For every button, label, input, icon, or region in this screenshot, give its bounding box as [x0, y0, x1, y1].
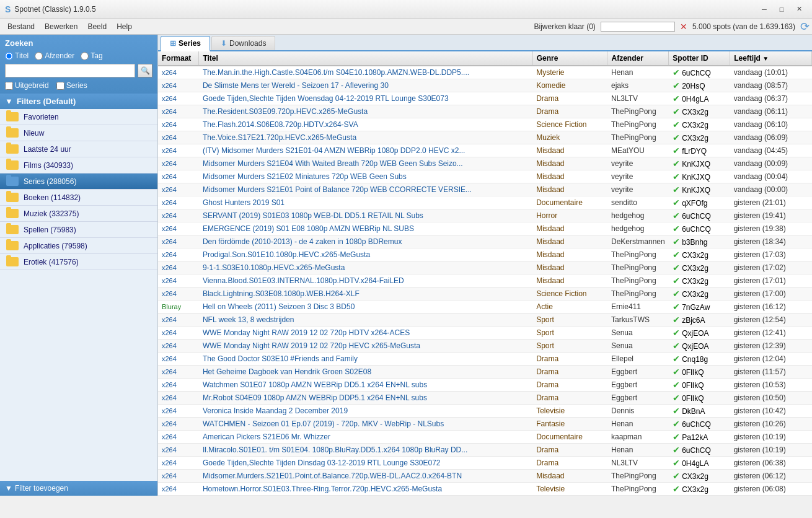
table-row[interactable]: x264 9-1-1.S03E10.1080p.HEVC.x265-MeGust… [158, 261, 812, 274]
cell-title[interactable]: Veronica Inside Maandag 2 December 2019 [199, 405, 532, 418]
table-row[interactable]: x264 The.Resident.S03E09.720p.HEVC.x265-… [158, 105, 812, 118]
cell-title[interactable]: 9-1-1.S03E10.1080p.HEVC.x265-MeGusta [199, 261, 532, 274]
table-row[interactable]: x264 (ITV) Midsomer Murders S21E01-04 AM… [158, 144, 812, 157]
cell-title[interactable]: Den fördömde (2010-2013) - de 4 zaken in… [199, 235, 532, 248]
cell-title[interactable]: Black.Lightning.S03E08.1080p.WEB.H264-XL… [199, 288, 532, 301]
cell-title[interactable]: Ghost Hunters 2019 S01 [199, 196, 532, 209]
filter-boeken[interactable]: Boeken (114832) [0, 190, 157, 206]
filter-favorieten[interactable]: Favorieten [0, 109, 157, 125]
table-row[interactable]: x264 Goede Tijden,Slechte Tijden Dinsdag… [158, 457, 812, 470]
cell-title[interactable]: Watchmen S01E07 1080p AMZN WEBRip DD5.1 … [199, 379, 532, 392]
filter-films[interactable]: Films (340933) [0, 157, 157, 173]
table-row[interactable]: x264 Ghost Hunters 2019 S01 Documentaire… [158, 196, 812, 209]
cell-title[interactable]: NFL week 13, 8 wedstrijden [199, 314, 532, 327]
table-row[interactable]: x264 Watchmen S01E07 1080p AMZN WEBRip D… [158, 379, 812, 392]
table-row[interactable]: x264 Midsomer Murders S21E04 With Waited… [158, 157, 812, 170]
table-row[interactable]: x264 Midsomer Murders S21E02 Miniatures … [158, 170, 812, 183]
filter-nieuw[interactable]: Nieuw [0, 125, 157, 141]
radio-afzender[interactable]: Afzender [35, 51, 74, 60]
table-row[interactable]: x264 Het Geheime Dagboek van Hendrik Gro… [158, 366, 812, 379]
cell-title[interactable]: De Slimste Mens ter Wereld - Seizoen 17 … [199, 79, 532, 92]
table-row[interactable]: x264 Midsomer.Murders.S21E01.Point.of.Ba… [158, 470, 812, 483]
cell-title[interactable]: The Good Doctor S03E10 #Friends and Fami… [199, 353, 532, 366]
table-row[interactable]: x264 Hometown.Horror.S01E03.Three-Ring.T… [158, 483, 812, 496]
table-row[interactable]: x264 EMERGENCE (2019) S01 E08 1080p AMZN… [158, 222, 812, 235]
cell-title[interactable]: Il.Miracolo.S01E01. t/m S01E04. 1080p.Bl… [199, 444, 532, 457]
table-row[interactable]: x264 Veronica Inside Maandag 2 December … [158, 405, 812, 418]
cell-title[interactable]: The.Voice.S17E21.720p.HEVC.x265-MeGusta [199, 131, 532, 144]
table-row[interactable]: x264 Mr.Robot S04E09 1080p AMZN WEBRip D… [158, 392, 812, 405]
minimize-button[interactable]: ─ [756, 3, 772, 15]
table-row[interactable]: x264 NFL week 13, 8 wedstrijden Sport Ta… [158, 314, 812, 327]
table-row[interactable]: x264 SERVANT (2019) S01E03 1080p WEB-DL … [158, 209, 812, 222]
cell-title[interactable]: Goede Tijden,Slechte Tijden Woensdag 04-… [199, 92, 532, 105]
search-go-button[interactable]: 🔍 [138, 64, 152, 77]
table-row[interactable]: x264 Midsomer Murders S21E01 Point of Ba… [158, 183, 812, 196]
radio-tag[interactable]: Tag [81, 51, 102, 60]
checkbox-uitgebreid[interactable]: Uitgebreid [5, 81, 49, 90]
table-row[interactable]: x264 The.War.Of.The.Worlds.2019.S01E02.1… [158, 496, 812, 496]
filter-series[interactable]: Series (288056) [0, 173, 157, 190]
table-row[interactable]: x264 The.Man.in.the.High.Castle.S04E06.t… [158, 66, 812, 79]
refresh-icon[interactable]: ⟳ [800, 20, 810, 33]
filter-muziek[interactable]: Muziek (332375) [0, 206, 157, 222]
maximize-button[interactable]: □ [774, 3, 790, 15]
table-row[interactable]: x264 WWE Monday Night RAW 2019 12 02 720… [158, 327, 812, 340]
table-container[interactable]: Formaat Titel Genre Afzender Spotter ID … [158, 51, 812, 496]
filter-erotiek[interactable]: Erotiek (417576) [0, 254, 157, 270]
table-row[interactable]: x264 Black.Lightning.S03E08.1080p.WEB.H2… [158, 288, 812, 301]
cancel-icon[interactable]: ✕ [680, 22, 687, 32]
cell-title[interactable]: (ITV) Midsomer Murders S21E01-04 AMZN WE… [199, 144, 532, 157]
cell-title[interactable]: WWE Monday Night RAW 2019 12 02 720p HDT… [199, 327, 532, 340]
cell-title[interactable]: SERVANT (2019) S01E03 1080p WEB-DL DD5.1… [199, 209, 532, 222]
cell-title[interactable]: The.Man.in.the.High.Castle.S04E06.t/m S0… [199, 66, 532, 79]
filter-applicaties[interactable]: Applicaties (79598) [0, 238, 157, 254]
cell-title[interactable]: Het Geheime Dagboek van Hendrik Groen S0… [199, 366, 532, 379]
table-row[interactable]: x264 Goede Tijden,Slechte Tijden Woensda… [158, 92, 812, 105]
table-row[interactable]: x264 Prodigal.Son.S01E10.1080p.HEVC.x265… [158, 248, 812, 261]
col-header-spotter[interactable]: Spotter ID [669, 51, 730, 66]
col-header-formaat[interactable]: Formaat [158, 51, 199, 66]
tab-downloads[interactable]: ⬇ Downloads [211, 36, 275, 50]
tab-series[interactable]: ⊞ Series [161, 36, 210, 51]
cell-title[interactable]: Goede Tijden,Slechte Tijden Dinsdag 03-1… [199, 457, 532, 470]
menu-bewerken[interactable]: Bewerken [40, 20, 82, 33]
cell-title[interactable]: American Pickers S21E06 Mr. Whizzer [199, 431, 532, 444]
table-row[interactable]: x264 The.Flash.2014.S06E08.720p.HDTV.x26… [158, 118, 812, 131]
col-header-titel[interactable]: Titel [199, 51, 532, 66]
cell-title[interactable]: Prodigal.Son.S01E10.1080p.HEVC.x265-MeGu… [199, 248, 532, 261]
cell-title[interactable]: Midsomer Murders S21E04 With Waited Brea… [199, 157, 532, 170]
col-header-afzender[interactable]: Afzender [607, 51, 669, 66]
table-row[interactable]: Bluray Hell on Wheels (2011) Seizoen 3 D… [158, 301, 812, 314]
cell-title[interactable]: Hell on Wheels (2011) Seizoen 3 Disc 3 B… [199, 301, 532, 314]
table-row[interactable]: x264 The.Voice.S17E21.720p.HEVC.x265-MeG… [158, 131, 812, 144]
table-row[interactable]: x264 WATCHMEN - Seizoen 01 Ep.07 (2019) … [158, 418, 812, 431]
add-filter-bar[interactable]: ▼ Filter toevoegen [0, 481, 157, 496]
cell-title[interactable]: The.Resident.S03E09.720p.HEVC.x265-MeGus… [199, 105, 532, 118]
table-row[interactable]: x264 Vienna.Blood.S01E03.INTERNAL.1080p.… [158, 274, 812, 288]
cell-title[interactable]: The.Flash.2014.S06E08.720p.HDTV.x264-SVA [199, 118, 532, 131]
col-header-leeftijd[interactable]: Leeftijd ▼ [730, 51, 812, 66]
table-row[interactable]: x264 Il.Miracolo.S01E01. t/m S01E04. 108… [158, 444, 812, 457]
cell-title[interactable]: Vienna.Blood.S01E03.INTERNAL.1080p.HDTV.… [199, 274, 532, 288]
cell-title[interactable]: WATCHMEN - Seizoen 01 Ep.07 (2019) - 720… [199, 418, 532, 431]
col-header-genre[interactable]: Genre [532, 51, 607, 66]
cell-title[interactable]: EMERGENCE (2019) S01 E08 1080p AMZN WEBR… [199, 222, 532, 235]
cell-title[interactable]: Mr.Robot S04E09 1080p AMZN WEBRip DDP5.1… [199, 392, 532, 405]
radio-titel[interactable]: Titel [5, 51, 29, 60]
table-row[interactable]: x264 De Slimste Mens ter Wereld - Seizoe… [158, 79, 812, 92]
table-row[interactable]: x264 WWE Monday Night RAW 2019 12 02 720… [158, 340, 812, 353]
checkbox-series[interactable]: Series [56, 81, 87, 90]
table-row[interactable]: x264 The Good Doctor S03E10 #Friends and… [158, 353, 812, 366]
table-row[interactable]: x264 Den fördömde (2010-2013) - de 4 zak… [158, 235, 812, 248]
cell-title[interactable]: Midsomer Murders S21E02 Miniatures 720p … [199, 170, 532, 183]
table-row[interactable]: x264 American Pickers S21E06 Mr. Whizzer… [158, 431, 812, 444]
search-input[interactable] [5, 64, 135, 77]
close-button[interactable]: ✕ [791, 3, 807, 15]
menu-beeld[interactable]: Beeld [82, 20, 112, 33]
menu-bestand[interactable]: Bestand [2, 20, 40, 33]
cell-title[interactable]: Midsomer.Murders.S21E01.Point.of.Balance… [199, 470, 532, 483]
cell-title[interactable]: The.War.Of.The.Worlds.2019.S01E02.1080p.… [199, 496, 532, 496]
cell-title[interactable]: WWE Monday Night RAW 2019 12 02 720p HEV… [199, 340, 532, 353]
cell-title[interactable]: Hometown.Horror.S01E03.Three-Ring.Terror… [199, 483, 532, 496]
